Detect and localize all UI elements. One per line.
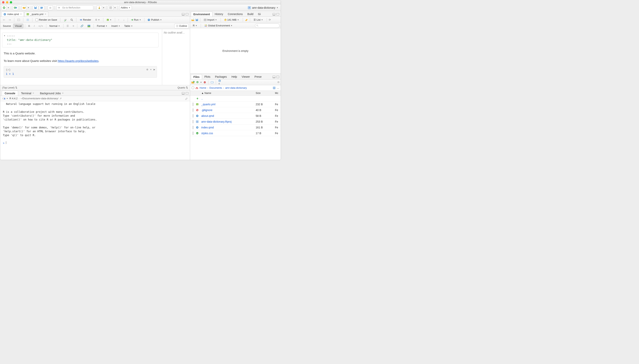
spellcheck-button[interactable]: ABC [62, 18, 68, 22]
file-link[interactable]: .gitignore [201, 108, 212, 112]
maximize-pane-icon[interactable] [186, 92, 188, 94]
style-selector[interactable]: Normal ▼ [48, 24, 62, 28]
run-prev-button[interactable]: ↑ [117, 18, 121, 22]
insert-chunk-button[interactable]: c▼ [105, 18, 114, 22]
bold-button[interactable]: B [26, 24, 32, 28]
minimize-window-button[interactable] [6, 1, 8, 4]
tab-background-jobs[interactable]: Background Jobs ✕ [37, 90, 66, 96]
run-button[interactable]: Run ▼ [130, 18, 143, 22]
file-link[interactable]: about.qmd [201, 114, 214, 118]
refresh-button[interactable]: ⟳ [269, 18, 271, 21]
tab-packages[interactable]: Packages [213, 74, 229, 79]
memory-indicator[interactable]: 141 MiB ▼ [223, 18, 241, 22]
file-link[interactable]: styles.css [201, 132, 213, 135]
minimize-pane-icon[interactable] [273, 76, 275, 78]
language-selector[interactable]: R ▼ [191, 23, 199, 28]
project-selector[interactable]: R amr-data-dictionary ▼ [246, 6, 280, 9]
scope-selector[interactable]: Global Environment ▼ [203, 23, 234, 28]
home-icon[interactable] [195, 86, 198, 89]
maximize-pane-icon[interactable] [186, 13, 188, 16]
maximize-window-button[interactable] [10, 1, 12, 4]
show-in-window-button[interactable] [16, 18, 22, 22]
run-next-button[interactable]: ↓ [122, 18, 126, 22]
render-settings-button[interactable]: ⚙ ▼ [94, 18, 102, 22]
new-blank-file-button[interactable] [196, 81, 198, 84]
new-file-dropdown[interactable]: ▼ [8, 7, 10, 9]
run-chunk-icon[interactable]: ▶ [154, 68, 155, 72]
quarto-docs-link[interactable]: https://quarto.org/docs/websites [58, 59, 98, 62]
file-row[interactable]: cssstyles.css17 BFe [190, 130, 281, 136]
paragraph[interactable]: This is a Quarto website. [4, 51, 158, 56]
save-doc-button[interactable] [25, 18, 31, 22]
maximize-pane-icon[interactable] [276, 76, 279, 78]
number-list-button[interactable]: ≡ [71, 24, 76, 28]
version-control-button[interactable] [96, 6, 102, 10]
source-mode-button[interactable]: Source [1, 24, 12, 28]
find-button[interactable] [69, 18, 74, 22]
clear-objects-button[interactable] [245, 18, 248, 21]
more-button[interactable]: ▼ [218, 80, 221, 85]
chunk-options-icon[interactable]: ⚙ [146, 68, 148, 72]
file-checkbox[interactable] [193, 132, 193, 135]
tab-git[interactable]: Gi [256, 12, 263, 16]
file-row[interactable]: .gitignore40 BFe [190, 107, 281, 113]
delete-file-button[interactable] [204, 81, 206, 84]
load-workspace-button[interactable] [191, 18, 194, 21]
file-checkbox[interactable] [193, 126, 193, 129]
new-folder-button[interactable] [191, 81, 195, 84]
tab-console[interactable]: Console [2, 90, 18, 96]
refresh-files-button[interactable]: ⟳ [278, 81, 280, 84]
import-dataset-button[interactable]: Import ▼ [202, 18, 219, 22]
file-link[interactable]: index.qmd [201, 126, 214, 129]
image-button[interactable] [86, 24, 92, 28]
file-checkbox[interactable] [193, 108, 193, 112]
tab-terminal[interactable]: Terminal ✕ [18, 90, 37, 96]
breadcrumb-project[interactable]: amr-data-dictionary [225, 86, 247, 89]
code-chunk[interactable]: ⚙ ▾ ▶ {r} 1 + 1 [4, 66, 157, 78]
scope-selector[interactable]: (Top Level) ⇅ [2, 86, 17, 89]
publish-button[interactable]: Publish ▼ [146, 18, 164, 22]
render-on-save-checkbox[interactable]: Render on Save [34, 18, 58, 22]
maximize-pane-icon[interactable] [276, 13, 279, 16]
close-tab-icon[interactable]: ✕ [44, 13, 46, 16]
minimize-pane-icon[interactable] [182, 13, 184, 16]
new-file-dropdown[interactable]: ▼ [200, 81, 202, 83]
run-above-icon[interactable]: ▾ [150, 68, 152, 72]
table-menu[interactable]: Table ▼ [123, 24, 134, 28]
breadcrumb-more[interactable]: … [277, 86, 279, 89]
code-button[interactable]: </> [37, 24, 44, 28]
file-checkbox[interactable] [193, 102, 193, 106]
breadcrumb-documents[interactable]: Documents [210, 86, 222, 89]
breadcrumb-home[interactable]: Home [200, 86, 206, 89]
file-row[interactable]: about.qmd58 BFe [190, 113, 281, 119]
minimize-pane-icon[interactable] [273, 13, 275, 16]
open-file-dropdown[interactable]: ▼ [28, 7, 30, 9]
close-window-button[interactable] [2, 1, 4, 4]
file-row[interactable]: Ramr-data-dictionary.Rproj253 BFe [190, 119, 281, 124]
bullet-list-button[interactable]: ☰ [65, 24, 70, 28]
nav-forward-button[interactable]: ⇨ [7, 18, 12, 22]
clear-console-icon[interactable] [185, 97, 188, 100]
tab-quarto-yml[interactable]: YML _quarto.yml✕ [24, 12, 48, 16]
tab-plots[interactable]: Plots [202, 74, 213, 79]
minimize-pane-icon[interactable] [182, 92, 184, 94]
tab-index-qmd[interactable]: index.qmd✕ [1, 12, 24, 16]
save-workspace-button[interactable] [196, 18, 198, 21]
column-name-header[interactable]: ▲ Name [201, 92, 256, 94]
tab-history[interactable]: History [212, 12, 226, 16]
goto-file-input[interactable]: Go to file/function [56, 6, 93, 10]
select-all-checkbox[interactable] [192, 86, 194, 89]
save-all-button[interactable] [39, 6, 44, 10]
print-button[interactable] [48, 6, 53, 10]
open-file-button[interactable] [22, 6, 27, 10]
panes-dropdown[interactable]: ▼ [114, 7, 116, 9]
close-tab-icon[interactable]: ✕ [20, 13, 22, 16]
link-button[interactable]: 🔗 [79, 24, 85, 28]
column-modified-header[interactable]: Mc [275, 92, 281, 94]
file-link[interactable]: _quarto.yml [201, 103, 216, 106]
file-link[interactable]: amr-data-dictionary.Rproj [201, 120, 232, 123]
file-row[interactable]: index.qmd161 BFe [190, 124, 281, 130]
format-menu[interactable]: Format ▼ [95, 24, 109, 28]
panes-button[interactable] [108, 6, 114, 10]
new-project-button[interactable] [13, 6, 18, 10]
